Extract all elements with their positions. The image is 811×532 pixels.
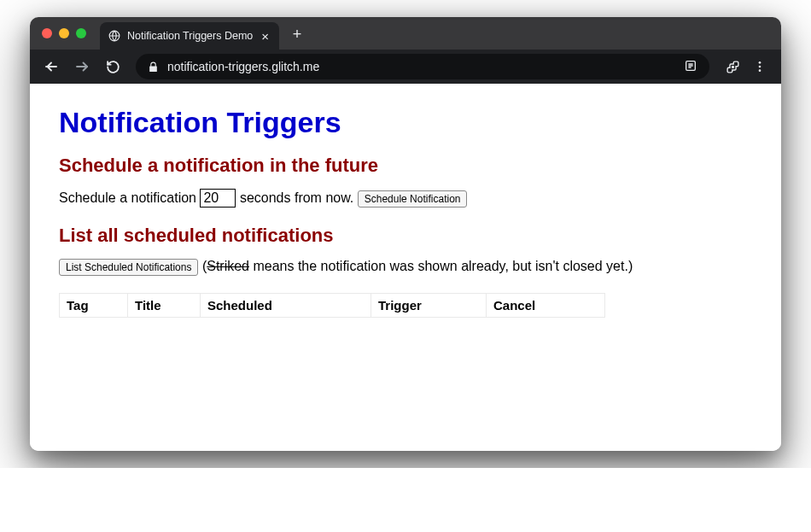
note-rest: means the notification was shown already… [249, 259, 633, 273]
list-row: List Scheduled Notifications (Striked me… [59, 259, 752, 276]
window-minimize-button[interactable] [59, 28, 69, 38]
schedule-row: Schedule a notification seconds from now… [59, 189, 752, 208]
schedule-label-after: seconds from now. [240, 190, 358, 205]
svg-rect-7 [732, 66, 734, 68]
globe-icon [108, 30, 120, 42]
svg-point-9 [759, 66, 761, 68]
window-close-button[interactable] [42, 28, 52, 38]
col-scheduled: Scheduled [201, 294, 371, 318]
reload-button[interactable] [100, 54, 125, 79]
menu-button[interactable] [747, 54, 773, 79]
browser-tab[interactable]: Notification Triggers Demo × [100, 22, 279, 50]
col-title: Title [128, 294, 201, 318]
section-list-heading: List all scheduled notifications [59, 225, 752, 247]
window-titlebar: Notification Triggers Demo × + [30, 17, 781, 50]
lock-icon [148, 61, 159, 73]
svg-point-8 [759, 61, 761, 64]
list-scheduled-button[interactable]: List Scheduled Notifications [59, 259, 198, 276]
extension-icon[interactable] [720, 54, 745, 79]
forward-button[interactable] [69, 54, 95, 79]
address-bar[interactable]: notification-triggers.glitch.me [136, 54, 709, 79]
note: (Striked means the notification was show… [202, 259, 633, 273]
tab-close-icon[interactable]: × [261, 29, 269, 44]
page-title: Notification Triggers [59, 106, 752, 139]
section-schedule-heading: Schedule a notification in the future [59, 155, 752, 177]
col-trigger: Trigger [371, 294, 487, 318]
window-maximize-button[interactable] [76, 28, 86, 38]
schedule-label-before: Schedule a notification [59, 190, 200, 205]
notifications-table: Tag Title Scheduled Trigger Cancel [59, 293, 605, 318]
browser-window: Notification Triggers Demo × + notificat… [30, 17, 781, 451]
schedule-notification-button[interactable]: Schedule Notification [358, 190, 468, 208]
url-text: notification-triggers.glitch.me [167, 60, 675, 73]
traffic-lights [42, 28, 86, 38]
page-content: Notification Triggers Schedule a notific… [30, 84, 781, 451]
tab-title: Notification Triggers Demo [127, 30, 253, 42]
browser-toolbar: notification-triggers.glitch.me [30, 50, 781, 84]
seconds-input[interactable] [200, 189, 236, 208]
new-tab-button[interactable]: + [286, 24, 308, 46]
svg-point-10 [759, 69, 761, 72]
note-striked: Striked [207, 259, 249, 273]
col-tag: Tag [60, 294, 128, 318]
table-header-row: Tag Title Scheduled Trigger Cancel [60, 294, 605, 318]
back-button[interactable] [38, 54, 64, 79]
reader-mode-icon[interactable] [684, 59, 697, 75]
toolbar-right [720, 54, 773, 79]
col-cancel: Cancel [487, 294, 605, 318]
